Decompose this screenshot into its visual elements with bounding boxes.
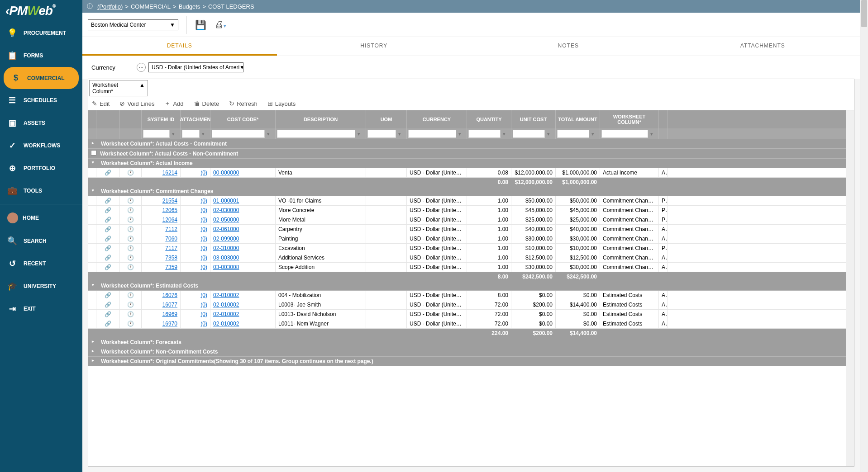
cell-attachment[interactable]: (0)	[181, 168, 210, 177]
clock-icon[interactable]: 🕐	[127, 245, 134, 251]
filter-icon[interactable]: ▾	[200, 131, 207, 137]
col-unit-cost[interactable]: UNIT COST	[511, 110, 556, 128]
filter-icon[interactable]: ▾	[355, 131, 362, 137]
cell-cost-code[interactable]: 02-010002	[210, 291, 276, 300]
cell-system-id[interactable]: 16969	[142, 310, 181, 319]
grid-scrollbar[interactable]	[846, 110, 854, 466]
cell-cost-code[interactable]: 01-000001	[210, 196, 276, 205]
cell-attachment[interactable]: (0)	[181, 244, 210, 253]
cell-system-id[interactable]: 7359	[142, 263, 181, 272]
group-row[interactable]: ▾Worksheet Column*: Commitment Changes	[88, 187, 846, 196]
project-dropdown[interactable]: Boston Medical Center▼	[88, 19, 178, 30]
col-attachment[interactable]: ATTACHMEN	[181, 110, 210, 128]
table-row[interactable]: 🔗 🕐 7359 (0) 03-003008 Scope Addition US…	[88, 263, 846, 272]
cell-system-id[interactable]: 21554	[142, 196, 181, 205]
breadcrumb-portfolio[interactable]: (Portfolio)	[97, 3, 123, 10]
edit-button[interactable]: ✎Edit	[92, 100, 110, 107]
link-icon[interactable]: 🔗	[105, 198, 111, 204]
table-row[interactable]: 🔗 🕐 7060 (0) 02-099000 Painting USD - Do…	[88, 234, 846, 244]
cell-cost-code[interactable]: 02-010002	[210, 300, 276, 309]
nav-search[interactable]: 🔍SEARCH	[0, 230, 82, 252]
cell-system-id[interactable]: 12064	[142, 215, 181, 224]
cell-system-id[interactable]: 7117	[142, 244, 181, 253]
currency-dropdown[interactable]: USD - Dollar (United States of Ameri▼	[148, 62, 243, 72]
link-icon[interactable]: 🔗	[105, 302, 111, 308]
table-row[interactable]: 🔗 🕐 7112 (0) 02-061000 Carpentry USD - D…	[88, 225, 846, 234]
filter-total-amount[interactable]	[557, 130, 589, 138]
group-row[interactable]: ▸Worksheet Column*: Original Commitments…	[88, 357, 846, 366]
clock-icon[interactable]: 🕐	[127, 170, 134, 176]
cell-attachment[interactable]: (0)	[181, 215, 210, 224]
delete-button[interactable]: 🗑Delete	[194, 100, 219, 107]
col-uom[interactable]: UOM	[366, 110, 407, 128]
filter-icon[interactable]: ▾	[396, 131, 403, 137]
col-description[interactable]: DESCRIPTION	[276, 110, 366, 128]
clock-icon[interactable]: 🕐	[127, 321, 134, 327]
print-icon[interactable]: 🖨▾	[215, 19, 226, 30]
cell-attachment[interactable]: (0)	[181, 319, 210, 328]
col-quantity[interactable]: QUANTITY	[467, 110, 511, 128]
cell-attachment[interactable]: (0)	[181, 196, 210, 205]
filter-currency[interactable]	[408, 130, 456, 138]
cell-cost-code[interactable]: 02-010002	[210, 319, 276, 328]
cell-cost-code[interactable]: 02-030000	[210, 206, 276, 215]
filter-description[interactable]	[277, 130, 355, 138]
grid-body[interactable]: ▸Worksheet Column*: Actual Costs - Commi…	[88, 139, 846, 466]
clock-icon[interactable]: 🕐	[127, 236, 134, 242]
tab-notes[interactable]: NOTES	[471, 37, 666, 56]
table-row[interactable]: 🔗 🕐 12065 (0) 02-030000 More Concrete US…	[88, 206, 846, 215]
cell-system-id[interactable]: 7060	[142, 234, 181, 243]
cell-system-id[interactable]: 16214	[142, 168, 181, 177]
table-row[interactable]: 🔗 🕐 12064 (0) 02-050000 More Metal USD -…	[88, 215, 846, 225]
col-total-amount[interactable]: TOTAL AMOUNT	[556, 110, 600, 128]
refresh-button[interactable]: ↻Refresh	[229, 100, 258, 107]
cell-attachment[interactable]: (0)	[181, 263, 210, 272]
group-row[interactable]: ▸Worksheet Column*: Non-Commitment Costs	[88, 347, 846, 357]
clock-icon[interactable]: 🕐	[127, 207, 134, 213]
link-icon[interactable]: 🔗	[105, 311, 111, 317]
clock-icon[interactable]: 🕐	[127, 302, 134, 308]
cell-cost-code[interactable]: 02-050000	[210, 215, 276, 224]
cell-attachment[interactable]: (0)	[181, 225, 210, 234]
cell-cost-code[interactable]: 02-010002	[210, 310, 276, 319]
filter-icon[interactable]: ▾	[545, 131, 552, 137]
link-icon[interactable]: 🔗	[105, 226, 111, 232]
cell-attachment[interactable]: (0)	[181, 291, 210, 300]
cell-system-id[interactable]: 16076	[142, 291, 181, 300]
tab-attachments[interactable]: ATTACHMENTS	[666, 37, 860, 56]
tab-details[interactable]: DETAILS	[82, 37, 277, 56]
void-lines-button[interactable]: ⊘Void Lines	[119, 100, 154, 107]
cell-system-id[interactable]: 7112	[142, 225, 181, 234]
cell-attachment[interactable]: (0)	[181, 300, 210, 309]
link-icon[interactable]: 🔗	[105, 236, 111, 242]
link-icon[interactable]: 🔗	[105, 292, 111, 298]
nav-tools[interactable]: 💼TOOLS	[0, 179, 82, 202]
link-icon[interactable]: 🔗	[105, 217, 111, 223]
cell-cost-code[interactable]: 03-003008	[210, 263, 276, 272]
worksheet-column-dropdown[interactable]: Worksheet Column*▲	[89, 80, 148, 96]
layouts-button[interactable]: ⊞Layouts	[267, 100, 296, 107]
clock-icon[interactable]: 🕐	[127, 292, 134, 298]
link-icon[interactable]: 🔗	[105, 170, 111, 176]
nav-commercial[interactable]: $COMMERCIAL	[4, 67, 79, 89]
filter-worksheet-column[interactable]	[601, 130, 648, 138]
group-row[interactable]: ▾Worksheet Column*: Actual Income	[88, 159, 846, 168]
cell-attachment[interactable]: (0)	[181, 206, 210, 215]
clock-icon[interactable]: 🕐	[127, 255, 134, 261]
link-icon[interactable]: 🔗	[105, 245, 111, 251]
group-row[interactable]: ▸Worksheet Column*: Actual Costs - Non-C…	[88, 149, 846, 159]
clock-icon[interactable]: 🕐	[127, 264, 134, 270]
filter-quantity[interactable]	[468, 130, 501, 138]
col-system-id[interactable]: SYSTEM ID	[142, 110, 181, 128]
nav-procurement[interactable]: 💡PROCUREMENT	[0, 22, 82, 44]
add-button[interactable]: ＋Add	[164, 99, 183, 108]
nav-workflows[interactable]: ✓WORKFLOWS	[0, 134, 82, 157]
cell-cost-code[interactable]: 02-310000	[210, 244, 276, 253]
cell-system-id[interactable]: 16077	[142, 300, 181, 309]
nav-schedules[interactable]: ☰SCHEDULES	[0, 89, 82, 112]
table-row[interactable]: 🔗 🕐 16076 (0) 02-010002 004 - Mobilizati…	[88, 291, 846, 300]
save-icon[interactable]: 💾	[195, 19, 206, 30]
filter-cost-code[interactable]	[212, 130, 265, 138]
link-icon[interactable]: 🔗	[105, 255, 111, 261]
table-row[interactable]: 🔗 🕐 16969 (0) 02-010002 L0013- David Nic…	[88, 310, 846, 319]
